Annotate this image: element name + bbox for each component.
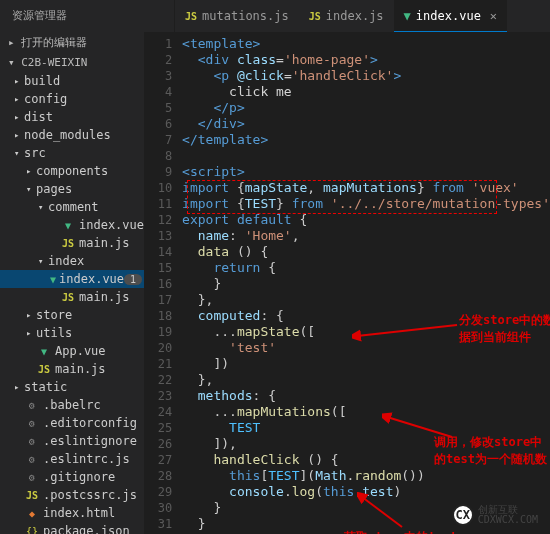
tree-label: src: [24, 146, 46, 160]
tree-label: dist: [24, 110, 53, 124]
tree-item-index-vue[interactable]: ▼index.vue: [0, 216, 144, 234]
tree-label: main.js: [79, 236, 130, 250]
code-line[interactable]: console.log(this.test): [182, 484, 550, 500]
code-line[interactable]: import {TEST} from '../../store/mutation…: [182, 196, 550, 212]
js-icon: JS: [24, 490, 40, 501]
code-line[interactable]: <script>: [182, 164, 550, 180]
js-icon: JS: [36, 364, 52, 375]
code-line[interactable]: this[TEST](Math.random()): [182, 468, 550, 484]
code-line[interactable]: },: [182, 372, 550, 388]
expand-icon: ▾: [38, 202, 48, 212]
code-line[interactable]: name: 'Home',: [182, 228, 550, 244]
code-line[interactable]: import {mapState, mapMutations} from 'vu…: [182, 180, 550, 196]
expand-icon: ▸: [26, 328, 36, 338]
json-icon: {}: [24, 526, 40, 535]
code-line[interactable]: click me: [182, 84, 550, 100]
code-line[interactable]: </p>: [182, 100, 550, 116]
tree-item-main-js[interactable]: JSmain.js: [0, 360, 144, 378]
code-line[interactable]: handleClick () {: [182, 452, 550, 468]
code-line[interactable]: </template>: [182, 132, 550, 148]
tree-item--postcssrc-js[interactable]: JS.postcssrc.js: [0, 486, 144, 504]
file-icon: JS: [185, 11, 197, 22]
close-icon[interactable]: ✕: [490, 9, 497, 23]
code-line[interactable]: data () {: [182, 244, 550, 260]
code-line[interactable]: },: [182, 292, 550, 308]
line-gutter: 1234567891011121314151617181920212223242…: [144, 32, 182, 534]
tree-label: config: [24, 92, 67, 106]
tree-item-utils[interactable]: ▸utils: [0, 324, 144, 342]
tree-item-config[interactable]: ▸config: [0, 90, 144, 108]
tab-mutations-js[interactable]: JSmutations.js: [175, 0, 299, 32]
code-line[interactable]: return {: [182, 260, 550, 276]
tree-item-pages[interactable]: ▾pages: [0, 180, 144, 198]
code-line[interactable]: <div class='home-page'>: [182, 52, 550, 68]
tab-label: mutations.js: [202, 9, 289, 23]
tree-item-src[interactable]: ▾src: [0, 144, 144, 162]
code-line[interactable]: 'test': [182, 340, 550, 356]
expand-icon: ▸: [26, 166, 36, 176]
code-line[interactable]: export default {: [182, 212, 550, 228]
tree-item-static[interactable]: ▸static: [0, 378, 144, 396]
expand-icon: ▸: [14, 76, 24, 86]
tree-item--eslintignore[interactable]: ⚙.eslintignore: [0, 432, 144, 450]
tree-label: build: [24, 74, 60, 88]
code-line[interactable]: TEST: [182, 420, 550, 436]
tree-label: index.vue: [79, 218, 144, 232]
tree-item-components[interactable]: ▸components: [0, 162, 144, 180]
tree-label: pages: [36, 182, 72, 196]
html-icon: ◆: [24, 508, 40, 519]
vue-icon: ▼: [60, 220, 76, 231]
tree-item--editorconfig[interactable]: ⚙.editorconfig: [0, 414, 144, 432]
tree-item-comment[interactable]: ▾comment: [0, 198, 144, 216]
sidebar-tree: ▸ 打开的编辑器 ▾ C2B-WEIXIN ▸build▸config▸dist…: [0, 32, 144, 534]
code-line[interactable]: }: [182, 276, 550, 292]
section-project[interactable]: ▾ C2B-WEIXIN: [0, 53, 144, 72]
tree-label: comment: [48, 200, 99, 214]
config-icon: ⚙: [24, 418, 40, 429]
code-line[interactable]: computed: {: [182, 308, 550, 324]
expand-icon: ▸: [14, 112, 24, 122]
tree-label: main.js: [55, 362, 106, 376]
tree-item-index-vue[interactable]: ▼index.vue1: [0, 270, 144, 288]
code-line[interactable]: </div>: [182, 116, 550, 132]
tab-index-vue[interactable]: ▼index.vue✕: [394, 0, 508, 32]
tab-label: index.js: [326, 9, 384, 23]
code-line[interactable]: ...mapState([: [182, 324, 550, 340]
code-editor[interactable]: 1234567891011121314151617181920212223242…: [144, 32, 550, 534]
code-line[interactable]: ]),: [182, 436, 550, 452]
tree-item--gitignore[interactable]: ⚙.gitignore: [0, 468, 144, 486]
tree-label: .postcssrc.js: [43, 488, 137, 502]
section-open-editors[interactable]: ▸ 打开的编辑器: [0, 32, 144, 53]
tree-item-index[interactable]: ▾index: [0, 252, 144, 270]
tree-item-package-json[interactable]: {}package.json: [0, 522, 144, 534]
code-area[interactable]: 分发store中的数 据到当前组件 调用，修改store中 的test为一个随机…: [182, 32, 550, 534]
code-line[interactable]: methods: {: [182, 388, 550, 404]
expand-icon: ▾: [26, 184, 36, 194]
config-icon: ⚙: [24, 436, 40, 447]
code-line[interactable]: <p @click='handleClick'>: [182, 68, 550, 84]
config-icon: ⚙: [24, 400, 40, 411]
code-line[interactable]: [182, 148, 550, 164]
expand-icon: ▸: [14, 382, 24, 392]
tree-item--eslintrc-js[interactable]: ⚙.eslintrc.js: [0, 450, 144, 468]
code-line[interactable]: <template>: [182, 36, 550, 52]
tree-item--babelrc[interactable]: ⚙.babelrc: [0, 396, 144, 414]
code-line[interactable]: ]): [182, 356, 550, 372]
expand-icon: ▸: [26, 310, 36, 320]
tree-item-App-vue[interactable]: ▼App.vue: [0, 342, 144, 360]
tree-item-node_modules[interactable]: ▸node_modules: [0, 126, 144, 144]
config-icon: ⚙: [24, 472, 40, 483]
expand-icon: ▸: [14, 94, 24, 104]
tab-index-js[interactable]: JSindex.js: [299, 0, 394, 32]
tree-item-index-html[interactable]: ◆index.html: [0, 504, 144, 522]
code-line[interactable]: ...mapMutations([: [182, 404, 550, 420]
tree-item-main-js[interactable]: JSmain.js: [0, 288, 144, 306]
tree-item-main-js[interactable]: JSmain.js: [0, 234, 144, 252]
tree-item-dist[interactable]: ▸dist: [0, 108, 144, 126]
tree-item-build[interactable]: ▸build: [0, 72, 144, 90]
tree-label: store: [36, 308, 72, 322]
vue-icon: ▼: [36, 346, 52, 357]
tree-item-store[interactable]: ▸store: [0, 306, 144, 324]
editor-tabs: JSmutations.jsJSindex.js▼index.vue✕: [175, 0, 550, 32]
js-icon: JS: [60, 292, 76, 303]
